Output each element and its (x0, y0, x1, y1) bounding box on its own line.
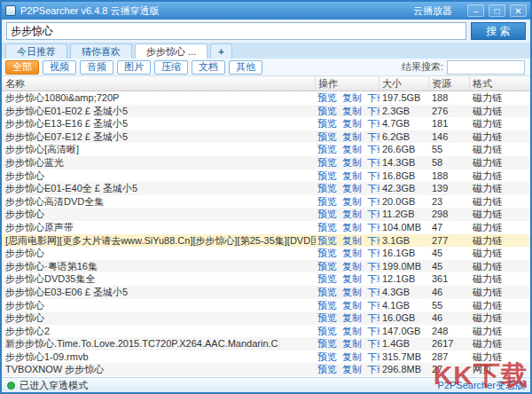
copy-link[interactable]: 复制 (342, 247, 362, 260)
header-size[interactable]: 大小 (379, 76, 429, 91)
preview-link[interactable]: 预览 (317, 272, 337, 286)
download-link[interactable]: 下载 (367, 143, 379, 156)
new-tab-button[interactable]: + (210, 43, 231, 59)
cloud-player-link[interactable]: 云播放器 (413, 4, 452, 18)
preview-link[interactable]: 预览 (317, 169, 337, 183)
download-link[interactable]: 下载 (367, 337, 379, 351)
tab-today-recommend[interactable]: 今日推荐 (5, 43, 67, 59)
download-link[interactable]: 下载 (367, 351, 379, 364)
copy-link[interactable]: 复制 (342, 169, 362, 183)
table-row[interactable]: 步步惊心原声带预览复制下载104.0MB47磁力链 (2, 221, 530, 234)
table-row[interactable]: 步步惊心2预览复制下载147.0GB248磁力链 (2, 325, 530, 338)
table-row[interactable]: 步步惊心高清DVD全集预览复制下载20.0GB23磁力链 (2, 195, 530, 209)
preview-link[interactable]: 预览 (317, 208, 337, 221)
copy-link[interactable]: 复制 (342, 234, 362, 248)
table-row[interactable]: 步步惊心E07-E12 £ 圣城小5预览复制下载6.2GB146磁力链 (2, 130, 530, 144)
download-link[interactable]: 下载 (367, 272, 379, 286)
download-link[interactable]: 下载 (367, 363, 379, 376)
preview-link[interactable]: 预览 (317, 337, 337, 351)
header-resources[interactable]: 资源 (429, 76, 470, 91)
table-row[interactable]: 步步惊心预览复制下载4.1GB55磁力链 (2, 299, 530, 312)
header-name[interactable]: 名称 (2, 76, 316, 91)
preview-link[interactable]: 预览 (317, 234, 337, 248)
table-row[interactable]: 步步惊心1-09.rmvb预览复制下载315.7MB287磁力链 (2, 351, 530, 364)
maximize-button[interactable]: □ (489, 4, 505, 17)
copy-link[interactable]: 复制 (342, 156, 362, 169)
search-input[interactable] (6, 22, 466, 40)
download-link[interactable]: 下载 (367, 156, 379, 169)
copy-link[interactable]: 复制 (342, 117, 362, 130)
header-format[interactable]: 格式 (470, 76, 530, 91)
copy-link[interactable]: 复制 (342, 221, 362, 234)
table-row[interactable]: 步步惊心预览复制下载11.2GB298磁力链 (2, 208, 530, 221)
download-link[interactable]: 下载 (367, 325, 379, 338)
download-link[interactable]: 下载 (367, 105, 379, 118)
copy-link[interactable]: 复制 (342, 325, 362, 338)
close-button[interactable]: ✕ (510, 4, 527, 17)
preview-link[interactable]: 预览 (317, 221, 337, 234)
preview-link[interactable]: 预览 (317, 130, 337, 144)
copy-link[interactable]: 复制 (342, 299, 362, 312)
preview-link[interactable]: 预览 (317, 325, 337, 338)
preview-link[interactable]: 预览 (317, 143, 337, 156)
download-link[interactable]: 下载 (367, 195, 379, 209)
copy-link[interactable]: 复制 (342, 105, 362, 118)
copy-link[interactable]: 复制 (342, 260, 362, 273)
filter-video[interactable]: 视频 (43, 60, 76, 75)
table-row[interactable]: 步步惊心1080i&amp;720P预览复制下载197.5GB188磁力链 (2, 91, 530, 105)
copy-link[interactable]: 复制 (342, 182, 362, 195)
download-link[interactable]: 下载 (367, 247, 379, 260)
download-link[interactable]: 下载 (367, 234, 379, 248)
copy-link[interactable]: 复制 (342, 143, 362, 156)
preview-link[interactable]: 预览 (317, 247, 337, 260)
tab-search-result[interactable]: 步步惊心 ... (135, 43, 207, 59)
table-row[interactable]: TVBOXNOW 步步惊心预览复制下载296.8MB27网页 (2, 363, 530, 376)
filter-document[interactable]: 文档 (192, 60, 225, 75)
preview-link[interactable]: 预览 (317, 195, 337, 209)
preview-link[interactable]: 预览 (317, 156, 337, 169)
copy-link[interactable]: 复制 (342, 272, 362, 286)
preview-link[interactable]: 预览 (317, 311, 337, 325)
download-link[interactable]: 下载 (367, 208, 379, 221)
preview-link[interactable]: 预览 (317, 260, 337, 273)
tab-guess-you-like[interactable]: 猜你喜欢 (70, 43, 132, 59)
copy-link[interactable]: 复制 (342, 351, 362, 364)
copy-link[interactable]: 复制 (342, 91, 362, 105)
download-link[interactable]: 下载 (367, 91, 379, 105)
filter-image[interactable]: 图片 (117, 60, 151, 75)
preview-link[interactable]: 预览 (317, 91, 337, 105)
search-button[interactable]: 搜 索 (471, 22, 526, 40)
preview-link[interactable]: 预览 (317, 286, 337, 299)
copy-link[interactable]: 复制 (342, 130, 362, 144)
table-row[interactable]: 步步惊心预览复制下载16.8GB188磁力链 (2, 169, 530, 183)
table-row[interactable]: 步步惊心[高清晰]预览复制下载26.6GB55磁力链 (2, 143, 530, 156)
preview-link[interactable]: 预览 (317, 363, 337, 376)
download-link[interactable]: 下载 (367, 286, 379, 299)
download-link[interactable]: 下载 (367, 311, 379, 325)
preview-link[interactable]: 预览 (317, 105, 337, 118)
table-row[interactable]: 步步惊心E01-E40全 £ 圣城小5预览复制下载42.3GB139磁力链 (2, 182, 530, 195)
download-link[interactable]: 下载 (367, 221, 379, 234)
download-link[interactable]: 下载 (367, 260, 379, 273)
filter-audio[interactable]: 音频 (80, 60, 113, 75)
table-row[interactable]: 步步惊心预览复制下载16.1GB45磁力链 (2, 247, 530, 260)
result-search-input[interactable] (447, 60, 525, 75)
download-link[interactable]: 下载 (367, 117, 379, 130)
preview-link[interactable]: 预览 (317, 351, 337, 364)
table-row[interactable]: 步步惊心E03-E06 £ 圣城小5预览复制下载4.3GB46磁力链 (2, 286, 530, 299)
header-actions[interactable]: 操作 (316, 76, 379, 91)
preview-link[interactable]: 预览 (317, 182, 337, 195)
preview-link[interactable]: 预览 (317, 117, 337, 130)
minimize-button[interactable]: – (467, 4, 484, 17)
copy-link[interactable]: 复制 (342, 208, 362, 221)
table-row[interactable]: 步步惊心预览复制下载16.0GB46磁力链 (2, 311, 530, 325)
filter-other[interactable]: 其他 (229, 60, 262, 75)
download-link[interactable]: 下载 (367, 130, 379, 144)
download-link[interactable]: 下载 (367, 182, 379, 195)
table-row[interactable]: [思雨电影网][更多大片请去www.SiYu88.Cn][步步惊心][第25-3… (2, 234, 530, 248)
filter-archive[interactable]: 压缩 (154, 60, 188, 75)
table-row[interactable]: 新步步惊心.Time.To.Love.2015.TC720P.X264.AAC.… (2, 337, 530, 351)
table-row[interactable]: 步步惊心E01-E02 £ 圣城小5预览复制下载2.3GB276磁力链 (2, 105, 530, 118)
copy-link[interactable]: 复制 (342, 195, 362, 209)
table-row[interactable]: 步步惊心蓝光预览复制下载14.3GB58磁力链 (2, 156, 530, 169)
